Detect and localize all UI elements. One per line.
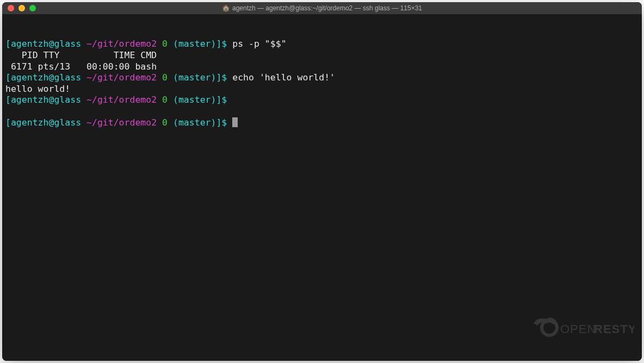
prompt-line: [agentzh@glass ~/git/ordemo2 0 (master)]…	[5, 95, 639, 106]
prompt-path: ~/git/ordemo2	[86, 72, 157, 83]
titlebar: 🏠 agentzh — agentzh@glass:~/git/ordemo2 …	[2, 2, 642, 14]
prompt-path: ~/git/ordemo2	[86, 39, 157, 49]
window-title-text: agentzh — agentzh@glass:~/git/ordemo2 — …	[232, 4, 422, 12]
prompt-user-host: [agentzh@glass	[5, 39, 81, 49]
prompt-line: [agentzh@glass ~/git/ordemo2 0 (master)]…	[5, 117, 639, 129]
prompt-user-host: [agentzh@glass	[5, 72, 81, 83]
close-button[interactable]	[8, 5, 14, 11]
prompt-user-host: [agentzh@glass	[5, 117, 81, 128]
prompt-path: ~/git/ordemo2	[86, 117, 157, 128]
openresty-watermark: OPEN RESTY	[498, 301, 634, 356]
traffic-lights	[2, 5, 36, 11]
svg-text:RESTY: RESTY	[594, 322, 634, 336]
blank-line	[5, 106, 639, 117]
prompt-status: 0	[162, 117, 168, 128]
prompt-branch: (master)]$	[173, 72, 227, 83]
prompt-status: 0	[162, 95, 168, 105]
window-title: 🏠 agentzh — agentzh@glass:~/git/ordemo2 …	[2, 4, 642, 12]
command-text: echo 'hello world!'	[232, 72, 335, 83]
prompt-branch: (master)]$	[173, 117, 227, 128]
prompt-status: 0	[162, 72, 168, 83]
svg-point-0	[542, 320, 557, 335]
output-line: hello world!	[5, 84, 639, 95]
terminal-window: 🏠 agentzh — agentzh@glass:~/git/ordemo2 …	[2, 2, 642, 361]
prompt-status: 0	[162, 39, 168, 49]
home-icon: 🏠	[222, 4, 230, 12]
prompt-line: [agentzh@glass ~/git/ordemo2 0 (master)]…	[5, 39, 639, 50]
command-text: ps -p "$$"	[232, 39, 286, 49]
minimize-button[interactable]	[18, 5, 25, 11]
maximize-button[interactable]	[29, 5, 36, 11]
prompt-user-host: [agentzh@glass	[5, 95, 81, 105]
cursor	[232, 117, 238, 127]
output-line: 6171 pts/13 00:00:00 bash	[5, 61, 639, 73]
prompt-path: ~/git/ordemo2	[86, 95, 157, 105]
prompt-branch: (master)]$	[173, 39, 227, 49]
prompt-line: [agentzh@glass ~/git/ordemo2 0 (master)]…	[5, 72, 639, 84]
output-line: PID TTY TIME CMD	[5, 50, 639, 61]
svg-text:OPEN: OPEN	[560, 322, 596, 336]
terminal-body[interactable]: [agentzh@glass ~/git/ordemo2 0 (master)]…	[2, 14, 642, 361]
prompt-branch: (master)]$	[173, 95, 227, 105]
